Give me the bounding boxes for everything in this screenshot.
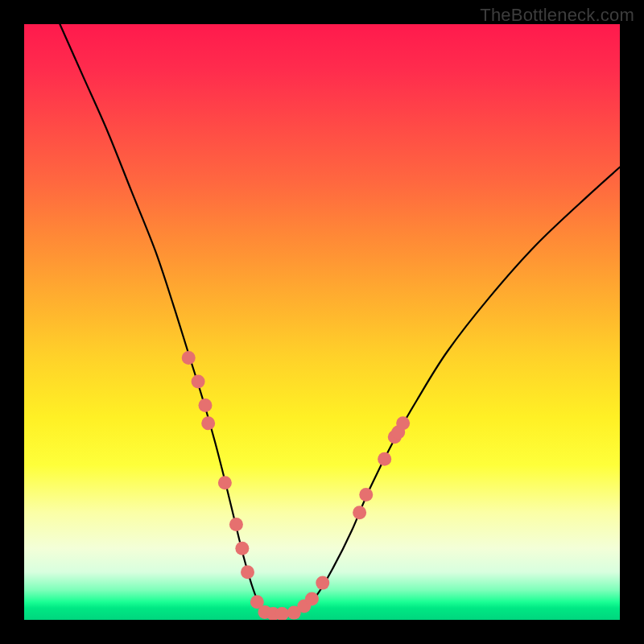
gradient-plot-area <box>24 24 620 620</box>
data-marker <box>378 452 391 466</box>
data-markers <box>182 351 410 620</box>
data-marker <box>218 476 232 489</box>
bottleneck-curve-line <box>60 24 620 616</box>
data-marker <box>316 576 329 590</box>
data-marker <box>198 398 212 412</box>
data-marker <box>305 592 319 606</box>
chart-frame: TheBottleneck.com <box>0 0 644 644</box>
data-marker <box>359 488 373 502</box>
data-marker <box>396 416 410 430</box>
data-marker <box>235 542 249 555</box>
data-marker <box>229 518 243 531</box>
data-marker <box>353 506 366 519</box>
data-marker <box>201 416 215 430</box>
watermark-label: TheBottleneck.com <box>480 5 634 26</box>
bottleneck-chart <box>24 24 620 620</box>
data-marker <box>182 351 196 365</box>
data-marker <box>241 565 254 579</box>
data-marker <box>192 375 205 389</box>
